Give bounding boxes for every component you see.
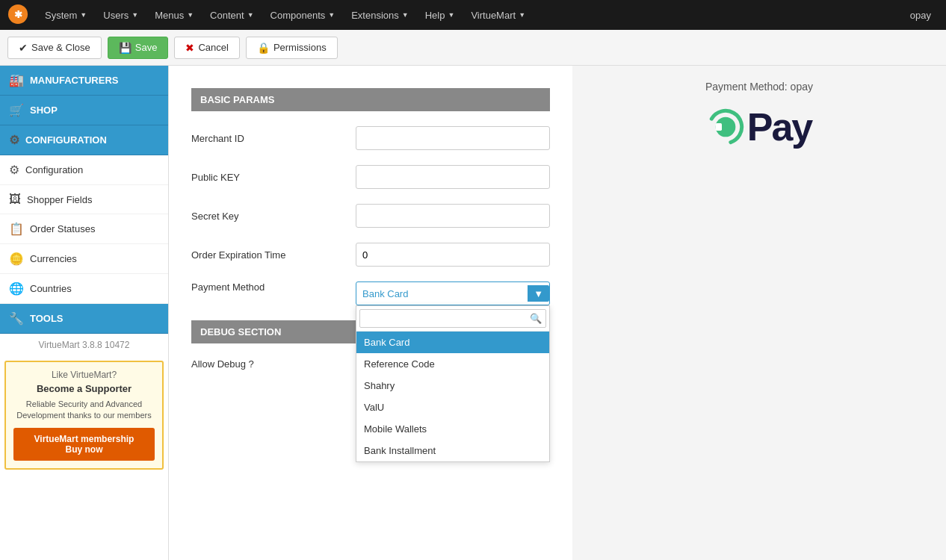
configuration-icon: ⚙ bbox=[9, 163, 19, 177]
config-icon: ⚙ bbox=[9, 133, 19, 147]
order-expiration-row: Order Expiration Time bbox=[191, 243, 550, 267]
save-icon: 💾 bbox=[119, 42, 132, 54]
joomla-logo: ✱ bbox=[7, 4, 30, 26]
dropdown-option-reference-code[interactable]: Reference Code bbox=[356, 353, 549, 375]
dropdown-search-input[interactable] bbox=[359, 309, 546, 328]
permissions-button[interactable]: 🔒 Permissions bbox=[246, 37, 338, 59]
merchant-id-row: Merchant ID bbox=[191, 126, 550, 150]
payment-method-label: Payment Method bbox=[191, 281, 341, 293]
save-close-button[interactable]: ✔ Save & Close bbox=[7, 37, 102, 59]
sidebar: 🏭 MANUFACTURERS 🛒 SHOP ⚙ CONFIGURATION ⚙… bbox=[0, 66, 169, 560]
public-key-input[interactable] bbox=[356, 165, 550, 189]
sidebar-item-countries[interactable]: 🌐 Countries bbox=[0, 274, 168, 304]
nav-extensions[interactable]: Extensions ▼ bbox=[344, 0, 416, 30]
chevron-down-icon: ▼ bbox=[247, 11, 254, 19]
tools-icon: 🔧 bbox=[9, 311, 24, 326]
dropdown-option-valu[interactable]: ValU bbox=[356, 396, 549, 418]
supporter-title: Like VirtueMart? bbox=[13, 370, 155, 380]
content-area: BASIC PARAMS Merchant ID Public KEY Secr… bbox=[169, 66, 572, 560]
opay-text: Pay bbox=[747, 105, 812, 149]
chevron-down-icon: ▼ bbox=[448, 11, 454, 19]
nav-virtuemart[interactable]: VirtueMart ▼ bbox=[463, 0, 533, 30]
main-layout: 🏭 MANUFACTURERS 🛒 SHOP ⚙ CONFIGURATION ⚙… bbox=[0, 66, 946, 560]
opay-logo: Pay bbox=[595, 105, 924, 149]
basic-params-header: BASIC PARAMS bbox=[191, 88, 550, 111]
toolbar: ✔ Save & Close 💾 Save ✖ Cancel 🔒 Permiss… bbox=[0, 30, 946, 66]
order-expiration-label: Order Expiration Time bbox=[191, 249, 341, 261]
cancel-icon: ✖ bbox=[185, 42, 194, 54]
chevron-down-icon: ▼ bbox=[187, 11, 194, 19]
payment-method-row: Payment Method Bank Card ▼ 🔍 Bank Card R… bbox=[191, 281, 550, 305]
dropdown-option-bank-card[interactable]: Bank Card bbox=[356, 332, 549, 353]
secret-key-row: Secret Key bbox=[191, 204, 550, 228]
save-button[interactable]: 💾 Save bbox=[108, 37, 169, 59]
nav-menus[interactable]: Menus ▼ bbox=[147, 0, 201, 30]
currencies-icon: 🪙 bbox=[9, 252, 24, 266]
secret-key-input[interactable] bbox=[356, 204, 550, 228]
chevron-down-icon: ▼ bbox=[80, 11, 87, 19]
user-display: opay bbox=[903, 10, 939, 21]
supporter-box: Like VirtueMart? Become a Supporter Reli… bbox=[4, 361, 164, 470]
search-icon: 🔍 bbox=[530, 313, 542, 324]
dropdown-search-container: 🔍 bbox=[356, 306, 549, 332]
lock-icon: 🔒 bbox=[257, 42, 270, 54]
dropdown-option-mobile-wallets[interactable]: Mobile Wallets bbox=[356, 418, 549, 440]
supporter-subtitle: Become a Supporter bbox=[13, 383, 155, 394]
manufacturers-icon: 🏭 bbox=[9, 73, 24, 87]
chevron-down-icon: ▼ bbox=[402, 11, 409, 19]
sidebar-item-order-statuses[interactable]: 📋 Order Statuses bbox=[0, 214, 168, 244]
sidebar-section-configuration[interactable]: ⚙ CONFIGURATION bbox=[0, 125, 168, 155]
public-key-row: Public KEY bbox=[191, 165, 550, 189]
dropdown-menu: 🔍 Bank Card Reference Code Shahry ValU bbox=[356, 305, 550, 462]
shop-icon: 🛒 bbox=[9, 103, 24, 117]
dropdown-selected-value: Bank Card bbox=[362, 288, 408, 299]
chevron-down-icon: ▼ bbox=[519, 11, 525, 19]
sidebar-version: VirtueMart 3.8.8 10472 bbox=[0, 334, 168, 356]
supporter-button[interactable]: VirtueMart membershipBuy now bbox=[13, 428, 155, 461]
nav-system[interactable]: System ▼ bbox=[37, 0, 94, 30]
payment-subtitle: Payment Method: opay bbox=[595, 81, 924, 93]
public-key-label: Public KEY bbox=[191, 172, 341, 183]
supporter-desc: Reliable Security and Advanced Developme… bbox=[13, 399, 155, 422]
dropdown-arrow-icon: ▼ bbox=[528, 285, 549, 302]
svg-text:✱: ✱ bbox=[14, 9, 22, 20]
sidebar-item-currencies[interactable]: 🪙 Currencies bbox=[0, 244, 168, 274]
sidebar-section-tools[interactable]: 🔧 TOOLS bbox=[0, 304, 168, 334]
sidebar-item-shopper-fields[interactable]: 🖼 Shopper Fields bbox=[0, 185, 168, 214]
nav-help[interactable]: Help ▼ bbox=[418, 0, 463, 30]
allow-debug-label: Allow Debug ? bbox=[191, 358, 341, 370]
dropdown-trigger[interactable]: Bank Card ▼ bbox=[356, 281, 550, 305]
opay-logo-icon bbox=[707, 108, 744, 146]
svg-rect-4 bbox=[715, 123, 721, 131]
order-expiration-input[interactable] bbox=[356, 243, 550, 267]
nav-users[interactable]: Users ▼ bbox=[96, 0, 146, 30]
payment-method-dropdown[interactable]: Bank Card ▼ 🔍 Bank Card Reference Code bbox=[356, 281, 550, 305]
order-statuses-icon: 📋 bbox=[9, 222, 24, 236]
right-panel: Payment Method: opay Pay bbox=[572, 66, 946, 560]
chevron-down-icon: ▼ bbox=[328, 11, 335, 19]
sidebar-section-manufacturers[interactable]: 🏭 MANUFACTURERS bbox=[0, 66, 168, 96]
merchant-id-input[interactable] bbox=[356, 126, 550, 150]
dropdown-option-shahry[interactable]: Shahry bbox=[356, 375, 549, 396]
countries-icon: 🌐 bbox=[9, 281, 24, 296]
sidebar-section-shop[interactable]: 🛒 SHOP bbox=[0, 96, 168, 125]
nav-components[interactable]: Components ▼ bbox=[263, 0, 343, 30]
merchant-id-label: Merchant ID bbox=[191, 133, 341, 144]
shopper-fields-icon: 🖼 bbox=[9, 193, 21, 206]
cancel-button[interactable]: ✖ Cancel bbox=[174, 37, 239, 59]
sidebar-item-configuration[interactable]: ⚙ Configuration bbox=[0, 155, 168, 185]
top-navbar: ✱ System ▼ Users ▼ Menus ▼ Content ▼ Com… bbox=[0, 0, 946, 30]
chevron-down-icon: ▼ bbox=[132, 11, 138, 19]
checkmark-icon: ✔ bbox=[19, 42, 28, 54]
secret-key-label: Secret Key bbox=[191, 211, 341, 222]
payment-header: Payment Method: opay Pay bbox=[595, 81, 924, 149]
nav-content[interactable]: Content ▼ bbox=[203, 0, 261, 30]
dropdown-option-bank-installment[interactable]: Bank Installment bbox=[356, 440, 549, 461]
